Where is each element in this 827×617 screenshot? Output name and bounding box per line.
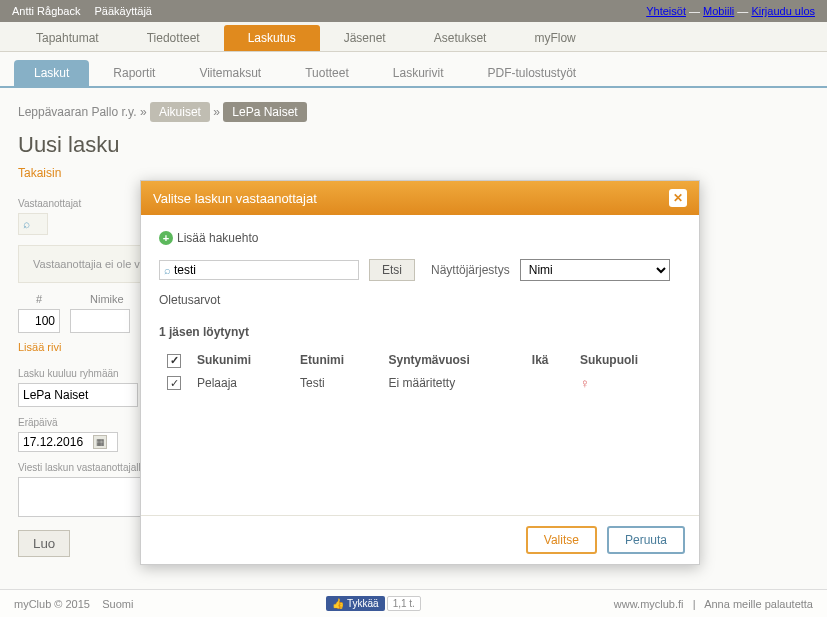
cell-firstname: Testi bbox=[292, 372, 380, 395]
cell-birthyear: Ei määritetty bbox=[380, 372, 523, 395]
table-row[interactable]: ✓ Pelaaja Testi Ei määritetty ♀ bbox=[159, 372, 681, 395]
topbar-right: Yhteisöt — Mobiili — Kirjaudu ulos bbox=[646, 5, 815, 17]
cell-lastname: Pelaaja bbox=[189, 372, 292, 395]
tab-myflow[interactable]: myFlow bbox=[510, 25, 599, 51]
search-icon: ⌕ bbox=[164, 264, 171, 276]
cell-age bbox=[524, 372, 572, 395]
cancel-button[interactable]: Peruuta bbox=[607, 526, 685, 554]
tab-announcements[interactable]: Tiedotteet bbox=[123, 25, 224, 51]
thumb-icon: 👍 bbox=[332, 598, 344, 609]
sub-tabs: Laskut Raportit Viitemaksut Tuotteet Las… bbox=[0, 52, 827, 88]
recipients-search-box[interactable]: ⌕ bbox=[18, 213, 48, 235]
footer-feedback[interactable]: Anna meille palautetta bbox=[704, 598, 813, 610]
modal-search-box[interactable]: ⌕ bbox=[159, 260, 359, 280]
create-button[interactable]: Luo bbox=[18, 530, 70, 557]
row-name-input[interactable] bbox=[70, 309, 130, 333]
subtab-products[interactable]: Tuotteet bbox=[285, 60, 369, 86]
back-link[interactable]: Takaisin bbox=[18, 166, 61, 180]
col-lastname: Sukunimi bbox=[189, 349, 292, 372]
bc-group1[interactable]: Aikuiset bbox=[150, 102, 210, 122]
search-button[interactable]: Etsi bbox=[369, 259, 415, 281]
found-count: 1 jäsen löytynyt bbox=[159, 325, 681, 339]
user-name: Antti Rågback bbox=[12, 5, 80, 17]
modal-title: Valitse laskun vastaanottajat bbox=[153, 191, 317, 206]
add-filter-link[interactable]: + Lisää hakuehto bbox=[159, 231, 681, 245]
results-table: ✓ Sukunimi Etunimi Syntymävuosi Ikä Suku… bbox=[159, 349, 681, 395]
topbar: Antti Rågback Pääkäyttäjä Yhteisöt — Mob… bbox=[0, 0, 827, 22]
modal-footer: Valitse Peruuta bbox=[141, 515, 699, 564]
tab-members[interactable]: Jäsenet bbox=[320, 25, 410, 51]
fb-like[interactable]: 👍 Tykkää 1,1 t. bbox=[326, 596, 421, 611]
group-input[interactable] bbox=[18, 383, 138, 407]
subtab-invoicerows[interactable]: Laskurivit bbox=[373, 60, 464, 86]
link-logout[interactable]: Kirjaudu ulos bbox=[751, 5, 815, 17]
subtab-refpayments[interactable]: Viitemaksut bbox=[179, 60, 281, 86]
close-icon[interactable]: ✕ bbox=[669, 189, 687, 207]
bc-org[interactable]: Leppävaaran Pallo r.y. bbox=[18, 105, 137, 119]
tab-events[interactable]: Tapahtumat bbox=[12, 25, 123, 51]
select-button[interactable]: Valitse bbox=[526, 526, 597, 554]
subtab-invoices[interactable]: Laskut bbox=[14, 60, 89, 86]
main-tabs: Tapahtumat Tiedotteet Laskutus Jäsenet A… bbox=[0, 22, 827, 52]
row-checkbox[interactable]: ✓ bbox=[167, 376, 181, 390]
col-num: # bbox=[18, 293, 60, 305]
footer-url[interactable]: www.myclub.fi bbox=[614, 598, 684, 610]
col-gender: Sukupuoli bbox=[572, 349, 681, 372]
add-row-link[interactable]: Lisää rivi bbox=[18, 341, 61, 353]
row-number-input[interactable] bbox=[18, 309, 60, 333]
defaults-link[interactable]: Oletusarvot bbox=[159, 293, 681, 307]
col-name: Nimike bbox=[90, 293, 124, 305]
duedate-field[interactable]: ▦ bbox=[18, 432, 118, 452]
tab-invoicing[interactable]: Laskutus bbox=[224, 25, 320, 51]
plus-icon: + bbox=[159, 231, 173, 245]
footer: myClub © 2015 Suomi 👍 Tykkää 1,1 t. www.… bbox=[0, 589, 827, 617]
select-all-checkbox[interactable]: ✓ bbox=[167, 354, 181, 368]
breadcrumb: Leppävaaran Pallo r.y. » Aikuiset » LePa… bbox=[0, 88, 827, 132]
calendar-icon[interactable]: ▦ bbox=[93, 435, 107, 449]
modal-header: Valitse laskun vastaanottajat ✕ bbox=[141, 181, 699, 215]
col-birthyear: Syntymävuosi bbox=[380, 349, 523, 372]
female-icon: ♀ bbox=[580, 376, 590, 391]
sort-select[interactable]: Nimi bbox=[520, 259, 670, 281]
duedate-input[interactable] bbox=[23, 435, 93, 449]
modal-search-input[interactable] bbox=[174, 263, 354, 277]
link-mobile[interactable]: Mobiili bbox=[703, 5, 734, 17]
page-title: Uusi lasku bbox=[18, 132, 809, 158]
bc-group2[interactable]: LePa Naiset bbox=[223, 102, 306, 122]
subtab-reports[interactable]: Raportit bbox=[93, 60, 175, 86]
user-role: Pääkäyttäjä bbox=[94, 5, 151, 17]
link-communities[interactable]: Yhteisöt bbox=[646, 5, 686, 17]
recipients-modal: Valitse laskun vastaanottajat ✕ + Lisää … bbox=[140, 180, 700, 565]
col-firstname: Etunimi bbox=[292, 349, 380, 372]
tab-settings[interactable]: Asetukset bbox=[410, 25, 511, 51]
search-icon: ⌕ bbox=[23, 217, 30, 231]
sort-label: Näyttöjärjestys bbox=[431, 263, 510, 277]
footer-lang[interactable]: Suomi bbox=[102, 598, 133, 610]
fb-count: 1,1 t. bbox=[387, 596, 421, 611]
footer-copyright: myClub © 2015 bbox=[14, 598, 90, 610]
col-age: Ikä bbox=[524, 349, 572, 372]
subtab-pdfjobs[interactable]: PDF-tulostustyöt bbox=[467, 60, 596, 86]
